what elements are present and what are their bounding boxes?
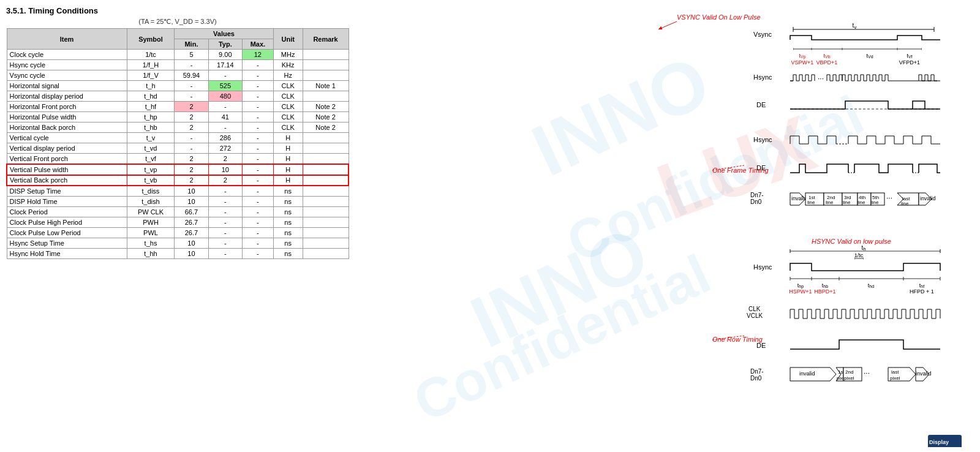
- page: 3.5.1. Timing Conditions (TA = 25℃, V_DD…: [0, 0, 980, 452]
- cell-symbol: PWL: [127, 228, 175, 238]
- cell-max: 12: [243, 50, 274, 60]
- cell-unit: ns: [273, 207, 303, 217]
- cell-typ: 480: [208, 91, 242, 102]
- svg-text:invalid: invalid: [791, 195, 807, 202]
- cell-max: -: [243, 81, 274, 91]
- cell-item: Vertical display period: [7, 143, 127, 154]
- svg-text:pixel: pixel: [890, 375, 900, 381]
- cell-remark: [303, 228, 349, 238]
- cell-unit: CLK: [273, 102, 303, 112]
- svg-text:HFPD + 1: HFPD + 1: [910, 288, 934, 295]
- cell-remark: [303, 143, 349, 154]
- cell-symbol: t_vd: [127, 143, 175, 154]
- cell-item: Clock Pulse Low Period: [7, 228, 127, 238]
- cell-min: 10: [175, 249, 208, 259]
- cell-unit: ns: [273, 228, 303, 238]
- hsync-valid-label: HSYNC Valid on low pulse: [812, 238, 891, 245]
- cell-unit: MHz: [273, 50, 303, 60]
- cell-typ: -: [208, 70, 242, 81]
- svg-text:VCLK: VCLK: [747, 312, 763, 319]
- cell-typ: 272: [208, 143, 242, 154]
- svg-text:VFPD+1: VFPD+1: [899, 59, 920, 66]
- cell-unit: CLK: [273, 81, 303, 91]
- cell-item: Horizontal Back porch: [7, 122, 127, 133]
- cell-remark: [303, 175, 349, 186]
- table-row: DISP Hold Timet_dish10--ns: [7, 197, 349, 207]
- cell-unit: H: [273, 154, 303, 165]
- cell-remark: Note 2: [303, 102, 349, 112]
- cell-symbol: PW CLK: [127, 207, 175, 217]
- cell-typ: 9.00: [208, 50, 242, 60]
- cell-remark: [303, 91, 349, 102]
- table-row: Clock PeriodPW CLK66.7--ns: [7, 207, 349, 217]
- cell-min: -: [175, 81, 208, 91]
- col-symbol: Symbol: [127, 29, 175, 50]
- hsync-row-label: Hsync: [753, 263, 772, 271]
- cell-symbol: 1/tc: [127, 50, 175, 60]
- cell-item: DISP Setup Time: [7, 186, 127, 197]
- svg-text:Dn0: Dn0: [750, 198, 762, 205]
- cell-max: -: [243, 102, 274, 112]
- cell-typ: -: [208, 122, 242, 133]
- cell-typ: -: [208, 217, 242, 228]
- table-row: Vsync cycle1/f_V59.94--Hz: [7, 70, 349, 81]
- table-row: Clock Pulse High PeriodPWH26.7--ns: [7, 217, 349, 228]
- vsync-signal-label: Vsync: [753, 31, 772, 38]
- cell-unit: Hz: [273, 70, 303, 81]
- cell-symbol: t_hp: [127, 112, 175, 122]
- cell-typ: 525: [208, 81, 242, 91]
- timing-table: Item Symbol Values Unit Remark Min. Typ.…: [6, 28, 349, 259]
- table-row: Clock cycle1/tc59.0012MHz: [7, 50, 349, 60]
- table-row: Hsync Setup Timet_hs10--ns: [7, 238, 349, 249]
- cell-symbol: t_v: [127, 133, 175, 143]
- table-row: Vertical Back porcht_vb22-H: [7, 175, 349, 186]
- cell-min: 10: [175, 238, 208, 249]
- cell-unit: H: [273, 143, 303, 154]
- cell-min: 5: [175, 50, 208, 60]
- cell-max: -: [243, 228, 274, 238]
- cell-min: 2: [175, 175, 208, 186]
- table-row: Vertical display periodt_vd-272-H: [7, 143, 349, 154]
- cell-max: -: [243, 249, 274, 259]
- table-row: Horizontal Pulse widtht_hp241-CLKNote 2: [7, 112, 349, 122]
- cell-min: -: [175, 133, 208, 143]
- cell-min: 2: [175, 164, 208, 175]
- svg-text:pixel: pixel: [844, 375, 854, 381]
- cell-item: DISP Hold Time: [7, 197, 127, 207]
- col-typ: Typ.: [208, 39, 242, 50]
- cell-symbol: t_dish: [127, 197, 175, 207]
- cell-min: 66.7: [175, 207, 208, 217]
- cell-min: 2: [175, 102, 208, 112]
- cell-typ: 2: [208, 175, 242, 186]
- svg-text:HSPW+1: HSPW+1: [789, 288, 812, 295]
- cell-typ: 10: [208, 164, 242, 175]
- svg-text:line: line: [807, 200, 815, 205]
- cell-max: -: [243, 217, 274, 228]
- cell-item: Horizontal Pulse width: [7, 112, 127, 122]
- cell-remark: [303, 133, 349, 143]
- cell-symbol: t_vb: [127, 175, 175, 186]
- cell-min: -: [175, 91, 208, 102]
- table-row: Hsync cycle1/f_H-17.14-KHz: [7, 60, 349, 70]
- cell-min: 26.7: [175, 228, 208, 238]
- subtitle: (TA = 25℃, V_DD = 3.3V): [6, 18, 349, 26]
- cell-min: 10: [175, 197, 208, 207]
- cell-remark: [303, 217, 349, 228]
- dn-upper-label: Dn7-: [750, 192, 764, 198]
- cell-item: Clock Period: [7, 207, 127, 217]
- right-panel: INNO INNO Confidential Confidential LUX …: [355, 6, 974, 448]
- cell-unit: H: [273, 133, 303, 143]
- cell-remark: [303, 249, 349, 259]
- cell-remark: [303, 207, 349, 217]
- table-row: Vertical Front porcht_vf22-H: [7, 154, 349, 165]
- cell-symbol: t_hh: [127, 249, 175, 259]
- cell-typ: -: [208, 228, 242, 238]
- cell-unit: CLK: [273, 91, 303, 102]
- cell-remark: [303, 186, 349, 197]
- cell-typ: -: [208, 186, 242, 197]
- cell-unit: ns: [273, 186, 303, 197]
- cell-max: -: [243, 133, 274, 143]
- cell-typ: -: [208, 102, 242, 112]
- cell-max: -: [243, 164, 274, 175]
- logo-display: Display: [929, 439, 949, 445]
